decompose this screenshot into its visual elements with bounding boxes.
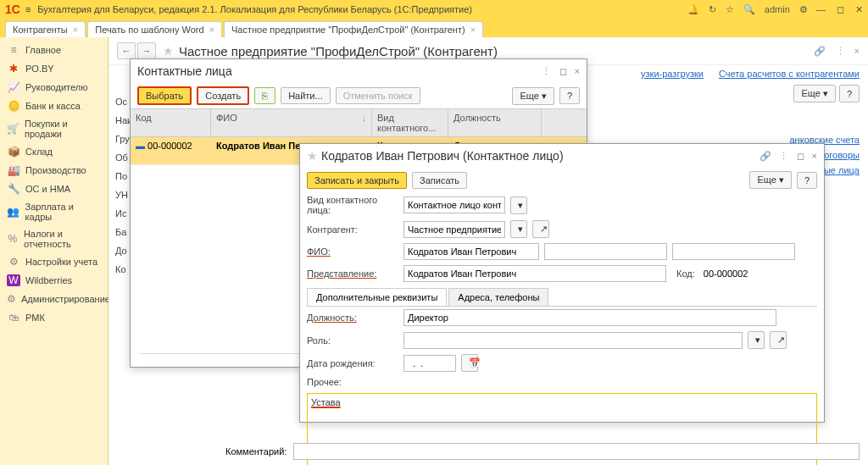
nav-forward-button[interactable]: → xyxy=(137,42,156,59)
coin-icon: 🪙 xyxy=(7,100,20,112)
link-icon[interactable]: 🔗 xyxy=(814,46,826,56)
tab-kontragenty[interactable]: Контрагенты× xyxy=(5,21,86,37)
col-code[interactable]: Код xyxy=(131,109,211,136)
more-icon[interactable]: ⋮ xyxy=(779,151,788,161)
maximize-icon[interactable]: ◻ xyxy=(559,66,567,76)
user-label[interactable]: admin xyxy=(765,4,790,14)
star-icon[interactable]: ☆ xyxy=(726,4,734,14)
nav-sidebar: ≡Главное ✱PO.BY 📈Руководителю 🪙Банк и ка… xyxy=(0,37,108,465)
sidebar-item-rmk[interactable]: 🛍РМК xyxy=(0,308,108,327)
close-page-icon[interactable]: × xyxy=(854,46,860,56)
sidebar-item-production[interactable]: 🏭Производство xyxy=(0,161,108,180)
content-area: ← → ★ Частное предприятие "ПрофиДелСтрой… xyxy=(108,37,868,465)
help-button[interactable]: ? xyxy=(797,172,817,189)
help-button[interactable]: ? xyxy=(559,87,580,104)
comment-field[interactable] xyxy=(293,443,860,460)
label-other: Прочее: xyxy=(307,377,398,387)
tab-extra-props[interactable]: Дополнительные реквизиты xyxy=(307,288,447,306)
more-button[interactable]: Еще ▾ xyxy=(749,171,791,189)
sidebar-item-main[interactable]: ≡Главное xyxy=(0,41,108,59)
help-button[interactable]: ? xyxy=(839,85,860,102)
dropdown-icon[interactable]: ▾ xyxy=(748,331,765,349)
position-field[interactable] xyxy=(403,309,776,326)
sidebar-item-hr[interactable]: 👥Зарплата и кадры xyxy=(0,198,108,225)
people-icon: 👥 xyxy=(7,206,20,218)
tab-close-icon[interactable]: × xyxy=(73,25,78,35)
titlebar: 1C ≡ Бухгалтерия для Беларуси, редакция … xyxy=(0,0,868,19)
tab-kontragent-card[interactable]: Частное предприятие "ПрофиДелСтрой" (Кон… xyxy=(224,21,483,37)
sidebar-item-wb[interactable]: WWildberries xyxy=(0,271,108,290)
tab-close-icon[interactable]: × xyxy=(470,25,476,35)
label-representation: Представление: xyxy=(307,268,398,279)
bag-icon: 🛍 xyxy=(7,312,20,324)
open-icon[interactable]: ↗ xyxy=(532,220,549,238)
kontragent-field[interactable] xyxy=(403,221,505,238)
maximize-icon[interactable]: ◻ xyxy=(797,151,804,161)
find-button[interactable]: Найти... xyxy=(281,87,331,104)
dropdown-icon[interactable]: ▾ xyxy=(510,220,527,238)
sidebar-item-tax[interactable]: %Налоги и отчетность xyxy=(0,225,108,252)
sidebar-item-settings[interactable]: ⚙Настройки учета xyxy=(0,252,108,271)
label-code: Код: xyxy=(676,268,695,279)
select-button[interactable]: Выбрать xyxy=(137,86,192,105)
fio-field-2[interactable] xyxy=(544,243,667,260)
wrench-icon: 🔧 xyxy=(7,183,20,195)
factory-icon: 🏭 xyxy=(7,164,20,176)
dialog-title: Контактные лица xyxy=(137,64,537,78)
gear-icon: ⚙ xyxy=(7,293,16,305)
bell-icon[interactable]: 🔔 xyxy=(687,4,699,14)
open-icon[interactable]: ↗ xyxy=(770,331,787,349)
hamburger-icon[interactable]: ≡ xyxy=(25,4,31,14)
tab-word-template[interactable]: Печать по шаблону Word× xyxy=(87,21,222,37)
role-field[interactable] xyxy=(403,332,743,349)
close-icon[interactable]: ✕ xyxy=(855,4,863,14)
sidebar-item-sales[interactable]: 🛒Покупки и продажи xyxy=(0,115,108,142)
cancel-find-button[interactable]: Отменить поиск xyxy=(336,87,420,104)
sidebar-item-stock[interactable]: 📦Склад xyxy=(0,142,108,161)
close-icon[interactable]: × xyxy=(575,66,580,76)
favorite-icon[interactable]: ★ xyxy=(307,149,318,163)
favorite-icon[interactable]: ★ xyxy=(163,44,174,58)
star-icon: ✱ xyxy=(7,63,20,75)
link-accounts[interactable]: Счета расчетов с контрагентами xyxy=(719,69,860,79)
col-pos[interactable]: Должность xyxy=(448,109,542,136)
tab-close-icon[interactable]: × xyxy=(209,25,214,35)
sidebar-item-bank[interactable]: 🪙Банк и касса xyxy=(0,97,108,115)
link-loading[interactable]: узки-разгрузки xyxy=(641,69,704,79)
other-text: Устава xyxy=(311,397,341,407)
search-icon[interactable]: 🔍 xyxy=(743,4,755,14)
calendar-icon[interactable]: 📅 xyxy=(461,354,478,372)
sidebar-item-assets[interactable]: 🔧ОС и НМА xyxy=(0,180,108,198)
document-tabs: Контрагенты× Печать по шаблону Word× Час… xyxy=(0,19,868,37)
col-type[interactable]: Вид контактного... xyxy=(372,109,448,136)
more-button[interactable]: Еще ▾ xyxy=(512,87,554,105)
more-button[interactable]: Еще ▾ xyxy=(793,85,835,102)
minimize-icon[interactable]: — xyxy=(816,4,826,14)
representation-field[interactable] xyxy=(403,265,666,282)
history-icon[interactable]: ↻ xyxy=(709,4,716,14)
save-close-button[interactable]: Записать и закрыть xyxy=(307,172,407,189)
label-fio: ФИО: xyxy=(307,246,398,257)
close-icon[interactable]: × xyxy=(812,151,817,161)
fio-field-3[interactable] xyxy=(672,243,795,260)
sidebar-item-manager[interactable]: 📈Руководителю xyxy=(0,78,108,97)
save-button[interactable]: Записать xyxy=(412,172,467,189)
more-icon[interactable]: ⋮ xyxy=(836,46,845,56)
tab-addresses[interactable]: Адреса, телефоны xyxy=(448,288,548,306)
nav-back-button[interactable]: ← xyxy=(117,42,136,59)
settings-icon[interactable]: ⚙ xyxy=(799,4,808,14)
maximize-icon[interactable]: ◻ xyxy=(837,4,844,14)
sidebar-item-admin[interactable]: ⚙Администрирование xyxy=(0,290,108,308)
more-icon[interactable]: ⋮ xyxy=(542,66,551,76)
logo-1c: 1C xyxy=(5,3,20,16)
fio-field[interactable] xyxy=(403,243,539,260)
label-birthdate: Дата рождения: xyxy=(307,358,398,368)
col-fio[interactable]: ФИО ↓ xyxy=(211,109,372,136)
create-button[interactable]: Создать xyxy=(197,86,249,105)
link-icon[interactable]: 🔗 xyxy=(760,151,771,161)
contact-type-field[interactable] xyxy=(403,197,505,213)
birthdate-field[interactable] xyxy=(403,355,456,372)
copy-button[interactable]: ⎘ xyxy=(254,87,275,104)
sidebar-item-poby[interactable]: ✱PO.BY xyxy=(0,59,108,78)
dropdown-icon[interactable]: ▾ xyxy=(510,197,527,214)
